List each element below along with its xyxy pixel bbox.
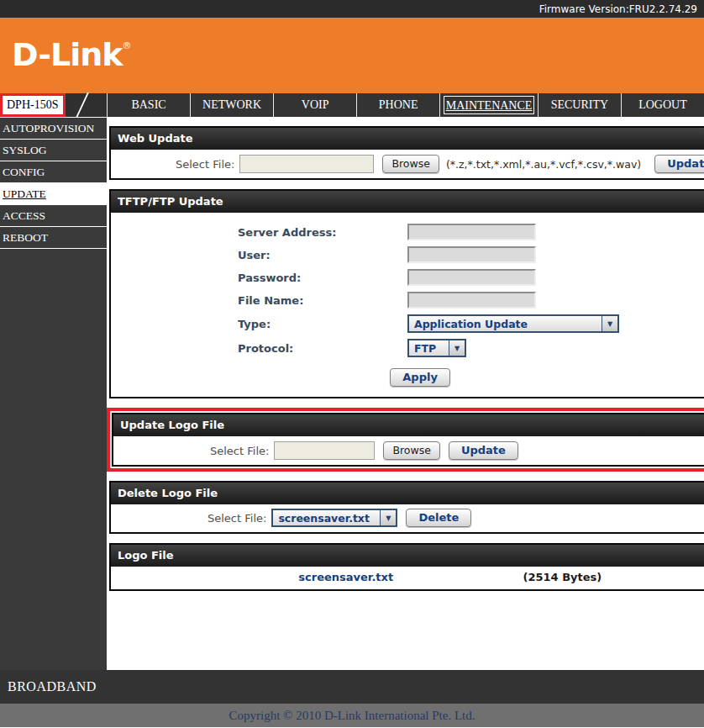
web-update-file-input[interactable] bbox=[239, 155, 374, 173]
server-address-label: Server Address: bbox=[111, 226, 407, 239]
sidebar-item-syslog[interactable]: SYSLOG bbox=[0, 140, 107, 161]
logo-file-row: screensaver.txt (2514 Bytes) bbox=[111, 567, 704, 589]
sidebar-item-reboot[interactable]: REBOOT bbox=[0, 227, 107, 249]
update-logo-file-input[interactable] bbox=[274, 441, 375, 460]
update-logo-file-section: Update Logo File Select File: Browse Upd… bbox=[112, 413, 704, 467]
firmware-bar: Firmware Version:FRU2.2.74.29 bbox=[0, 0, 704, 18]
password-label: Password: bbox=[111, 272, 407, 284]
nav-bar: DPH-150S BASIC NETWORK VOIP PHONE MAINTE… bbox=[0, 93, 704, 117]
tab-basic[interactable]: BASIC bbox=[107, 93, 190, 117]
registered-mark: ® bbox=[123, 40, 132, 51]
logo-file-title: Logo File bbox=[111, 545, 704, 567]
chevron-down-icon[interactable]: ▼ bbox=[449, 340, 465, 356]
model-cell: DPH-150S bbox=[0, 93, 107, 117]
delete-logo-file-title: Delete Logo File bbox=[111, 483, 704, 504]
update-logo-row: Select File: Browse Update bbox=[113, 436, 704, 465]
delete-logo-file-section: Delete Logo File Select File: screensave… bbox=[109, 481, 704, 534]
tftp-form: Server Address: User: Password: File Nam… bbox=[111, 213, 704, 397]
tftp-ftp-update-title: TFTP/FTP Update bbox=[111, 191, 704, 213]
main-tabs: BASIC NETWORK VOIP PHONE MAINTENANCE SEC… bbox=[107, 93, 704, 117]
broadband-bar: BROADBAND bbox=[0, 670, 704, 704]
apply-button[interactable]: Apply bbox=[390, 368, 450, 387]
sidebar-item-config[interactable]: CONFIG bbox=[0, 161, 107, 183]
user-row: User: bbox=[111, 246, 704, 263]
type-label: Type: bbox=[111, 318, 407, 330]
sidebar-item-update[interactable]: UPDATE bbox=[0, 183, 107, 205]
user-label: User: bbox=[111, 249, 407, 261]
delete-logo-select-file-label: Select File: bbox=[208, 512, 266, 525]
protocol-label: Protocol: bbox=[111, 342, 407, 355]
server-address-input[interactable] bbox=[407, 224, 536, 240]
tab-voip[interactable]: VOIP bbox=[273, 93, 356, 117]
type-select[interactable]: Application Update ▼ bbox=[407, 314, 619, 333]
delete-logo-row: Select File: screensaver.txt ▼ Delete bbox=[111, 504, 704, 532]
sidebar-item-access[interactable]: ACCESS bbox=[0, 205, 107, 227]
diagonal-divider bbox=[76, 92, 89, 118]
tab-logout[interactable]: LOGOUT bbox=[621, 93, 704, 117]
web-update-browse-button[interactable]: Browse bbox=[382, 155, 439, 173]
logo-file-size: (2514 Bytes) bbox=[523, 571, 602, 583]
server-address-row: Server Address: bbox=[111, 224, 704, 240]
web-update-filetypes-hint: (*.z,*.txt,*.xml,*.au,*.vcf,*.csv,*.wav) bbox=[446, 158, 641, 171]
model-label: DPH-150S bbox=[7, 98, 58, 112]
tab-phone[interactable]: PHONE bbox=[356, 93, 439, 117]
tftp-ftp-update-section: TFTP/FTP Update Server Address: User: Pa… bbox=[109, 189, 704, 398]
file-name-row: File Name: bbox=[111, 292, 704, 309]
web-update-title: Web Update bbox=[111, 128, 704, 150]
copyright-text: Copyright © 2010 D-Link International Pt… bbox=[229, 709, 475, 723]
model-label-highlighted: DPH-150S bbox=[0, 93, 66, 117]
tab-maintenance[interactable]: MAINTENANCE bbox=[439, 93, 538, 117]
dlink-logo-text: D-Link bbox=[12, 36, 123, 73]
delete-logo-file-select[interactable]: screensaver.txt ▼ bbox=[271, 509, 397, 527]
apply-row: Apply bbox=[111, 363, 704, 393]
chevron-down-icon[interactable]: ▼ bbox=[602, 316, 617, 331]
web-update-row: Select File: Browse (*.z,*.txt,*.xml,*.a… bbox=[111, 150, 704, 178]
password-input[interactable] bbox=[407, 269, 536, 286]
main-area: AUTOPROVISION SYSLOG CONFIG UPDATE ACCES… bbox=[0, 117, 704, 670]
file-name-input[interactable] bbox=[407, 292, 536, 309]
brand-banner: D-Link® bbox=[0, 18, 704, 93]
user-input[interactable] bbox=[407, 246, 536, 263]
type-row: Type: Application Update ▼ bbox=[111, 314, 704, 333]
sidebar: AUTOPROVISION SYSLOG CONFIG UPDATE ACCES… bbox=[0, 117, 107, 670]
protocol-row: Protocol: FTP ▼ bbox=[111, 339, 704, 357]
tab-network[interactable]: NETWORK bbox=[190, 93, 273, 117]
broadband-label: BROADBAND bbox=[8, 679, 97, 694]
sidebar-item-autoprovision[interactable]: AUTOPROVISION bbox=[0, 118, 107, 140]
web-update-select-file-label: Select File: bbox=[176, 158, 234, 171]
update-logo-file-title: Update Logo File bbox=[113, 414, 704, 436]
web-update-update-button[interactable]: Update bbox=[654, 155, 704, 173]
tab-security[interactable]: SECURITY bbox=[538, 93, 621, 117]
dlink-logo: D-Link® bbox=[12, 36, 132, 73]
password-row: Password: bbox=[111, 269, 704, 286]
update-logo-browse-button[interactable]: Browse bbox=[383, 441, 440, 460]
delete-button[interactable]: Delete bbox=[406, 509, 471, 527]
red-annotation-box: Update Logo File Select File: Browse Upd… bbox=[107, 408, 704, 472]
logo-file-section: Logo File screensaver.txt (2514 Bytes) bbox=[109, 543, 704, 591]
firmware-version-text: Firmware Version:FRU2.2.74.29 bbox=[539, 3, 697, 15]
update-logo-update-button[interactable]: Update bbox=[449, 441, 518, 460]
copyright-bar: Copyright © 2010 D-Link International Pt… bbox=[0, 704, 704, 727]
chevron-down-icon[interactable]: ▼ bbox=[380, 510, 396, 525]
web-update-section: Web Update Select File: Browse (*.z,*.tx… bbox=[109, 126, 704, 180]
update-logo-select-file-label: Select File: bbox=[210, 445, 269, 457]
file-name-label: File Name: bbox=[111, 294, 407, 307]
logo-file-name: screensaver.txt bbox=[298, 571, 393, 583]
protocol-select[interactable]: FTP ▼ bbox=[407, 339, 466, 357]
content-panel: Web Update Select File: Browse (*.z,*.tx… bbox=[107, 117, 704, 670]
